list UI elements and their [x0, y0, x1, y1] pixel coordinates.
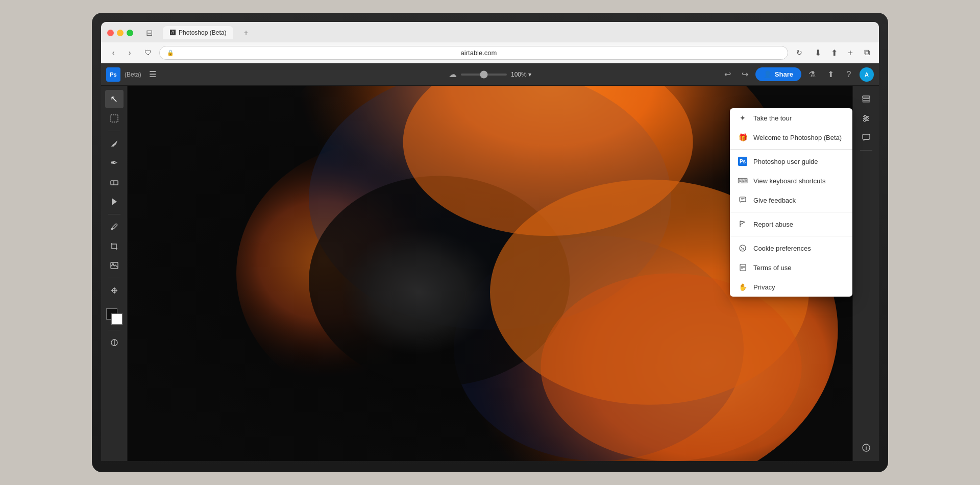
menu-button[interactable]: ☰: [145, 67, 160, 82]
nav-buttons: ‹ ›: [106, 45, 137, 60]
report-icon: [738, 220, 747, 229]
privacy-label: Privacy: [753, 283, 775, 291]
export-icon[interactable]: ⬆: [823, 67, 838, 82]
browser-chrome: ⊟ 🅰 Photoshop (Beta) ＋: [101, 22, 879, 42]
minimize-window-button[interactable]: [117, 30, 124, 36]
welcome-label: Welcome to Photoshop (Beta): [753, 134, 842, 141]
redo-button[interactable]: ↪: [738, 67, 752, 82]
take-tour-label: Take the tour: [753, 114, 792, 122]
user-guide-icon: Ps: [738, 157, 747, 166]
ps-logo: Ps: [106, 67, 120, 82]
help-button[interactable]: ?: [841, 67, 856, 82]
main-content: ↖ ✒: [101, 86, 879, 461]
info-panel-button[interactable]: [857, 439, 875, 457]
left-toolbar: ↖ ✒: [101, 86, 128, 461]
terms-item[interactable]: Terms of use: [730, 258, 852, 277]
tab-favicon: 🅰: [170, 30, 176, 36]
download-icon[interactable]: ⬇: [811, 45, 825, 60]
color-swatch[interactable]: [106, 308, 122, 325]
crop-tool-button[interactable]: [105, 237, 124, 255]
browser-actions: ⬇ ⬆ ＋ ⧉: [811, 45, 874, 60]
svg-rect-31: [740, 197, 746, 202]
terms-label: Terms of use: [753, 264, 791, 272]
brush-tool-button[interactable]: [105, 134, 124, 153]
svg-rect-27: [863, 134, 870, 139]
zoom-dropdown[interactable]: 100% ▾: [511, 71, 531, 78]
toolbar-right: ↩ ↪ 👤 Share ⚗ ⬆ ? A: [721, 67, 874, 82]
tool-separator-4: [108, 303, 120, 303]
app-toolbar: Ps (Beta) ☰ ☁ 100% ▾ ↩ ↪ 👤: [101, 63, 879, 86]
keyboard-icon: ⌨: [738, 176, 747, 185]
reload-button[interactable]: ↻: [792, 45, 806, 60]
share-label: Share: [775, 70, 793, 78]
browser-window: ⊟ 🅰 Photoshop (Beta) ＋ ‹ › 🛡 🔒 airtable.…: [101, 22, 879, 461]
cookie-prefs-label: Cookie preferences: [753, 245, 811, 252]
eyedropper-tool-button[interactable]: [105, 217, 124, 236]
take-tour-item[interactable]: ✦ Take the tour: [730, 108, 852, 128]
keyboard-shortcuts-item[interactable]: ⌨ View keyboard shortcuts: [730, 171, 852, 190]
cookie-icon: [738, 244, 747, 253]
user-avatar[interactable]: A: [860, 67, 874, 82]
svg-rect-19: [863, 99, 870, 101]
close-window-button[interactable]: [107, 30, 114, 36]
back-button[interactable]: ‹: [106, 45, 120, 60]
undo-button[interactable]: ↩: [721, 67, 735, 82]
feedback-label: Give feedback: [753, 197, 796, 204]
toolbar-center-controls: ☁ 100% ▾: [449, 69, 531, 79]
welcome-item[interactable]: 🎁 Welcome to Photoshop (Beta): [730, 128, 852, 147]
comments-panel-button[interactable]: [857, 129, 875, 147]
share-page-button[interactable]: ⬆: [827, 45, 841, 60]
beta-label: (Beta): [125, 71, 141, 78]
svg-point-34: [740, 245, 746, 251]
maximize-window-button[interactable]: [127, 30, 133, 36]
svg-point-17: [541, 274, 801, 462]
shield-icon: 🛡: [141, 45, 155, 60]
background-color[interactable]: [111, 313, 122, 325]
divider-1: [730, 149, 852, 150]
beaker-icon[interactable]: ⚗: [804, 67, 820, 82]
traffic-lights: [107, 30, 133, 36]
fill-tool-button[interactable]: [105, 192, 124, 211]
report-abuse-item[interactable]: Report abuse: [730, 214, 852, 234]
cookie-prefs-item[interactable]: Cookie preferences: [730, 238, 852, 258]
tabs-button[interactable]: ⧉: [860, 45, 874, 60]
tool-separator-2: [108, 214, 120, 214]
svg-rect-18: [863, 96, 870, 98]
help-dropdown: ✦ Take the tour 🎁 Welcome to Photoshop (…: [730, 108, 852, 297]
svg-rect-20: [863, 101, 870, 102]
marquee-tool-button[interactable]: [105, 109, 124, 128]
svg-point-25: [866, 117, 868, 119]
sidebar-toggle-button[interactable]: ⊟: [142, 26, 156, 39]
give-feedback-item[interactable]: Give feedback: [730, 190, 852, 210]
svg-point-24: [864, 115, 866, 117]
svg-point-26: [864, 119, 866, 122]
new-tab-button[interactable]: ＋: [239, 26, 253, 39]
privacy-icon: ✋: [738, 282, 747, 292]
keyboard-shortcuts-label: View keyboard shortcuts: [753, 177, 825, 185]
take-tour-icon: ✦: [738, 113, 747, 123]
welcome-icon: 🎁: [738, 133, 747, 142]
layers-panel-button[interactable]: [857, 90, 875, 108]
browser-tabs-bar: ⊟ 🅰 Photoshop (Beta) ＋: [107, 26, 873, 39]
laptop-frame: ⊟ 🅰 Photoshop (Beta) ＋ ‹ › 🛡 🔒 airtable.…: [92, 13, 888, 472]
select-tool-button[interactable]: ↖: [105, 90, 124, 108]
svg-point-30: [866, 446, 867, 447]
adjustments-panel-button[interactable]: [857, 109, 875, 128]
quick-mask-button[interactable]: [105, 333, 124, 352]
url-bar[interactable]: 🔒 airtable.com: [159, 46, 788, 60]
image-tool-button[interactable]: [105, 256, 124, 275]
share-button[interactable]: 👤 Share: [755, 67, 801, 81]
feedback-icon: [738, 196, 747, 205]
report-abuse-label: Report abuse: [753, 221, 793, 228]
pencil-tool-button[interactable]: ✒: [105, 154, 124, 172]
terms-icon: [738, 263, 747, 272]
eraser-tool-button[interactable]: [105, 173, 124, 191]
new-tab-icon[interactable]: ＋: [843, 45, 857, 60]
forward-button[interactable]: ›: [122, 45, 137, 60]
active-tab[interactable]: 🅰 Photoshop (Beta): [163, 26, 233, 39]
cloud-icon: ☁: [449, 69, 457, 79]
privacy-item[interactable]: ✋ Privacy: [730, 277, 852, 297]
dropper2-tool-button[interactable]: [105, 281, 124, 300]
zoom-slider[interactable]: [461, 74, 507, 76]
user-guide-item[interactable]: Ps Photoshop user guide: [730, 152, 852, 171]
